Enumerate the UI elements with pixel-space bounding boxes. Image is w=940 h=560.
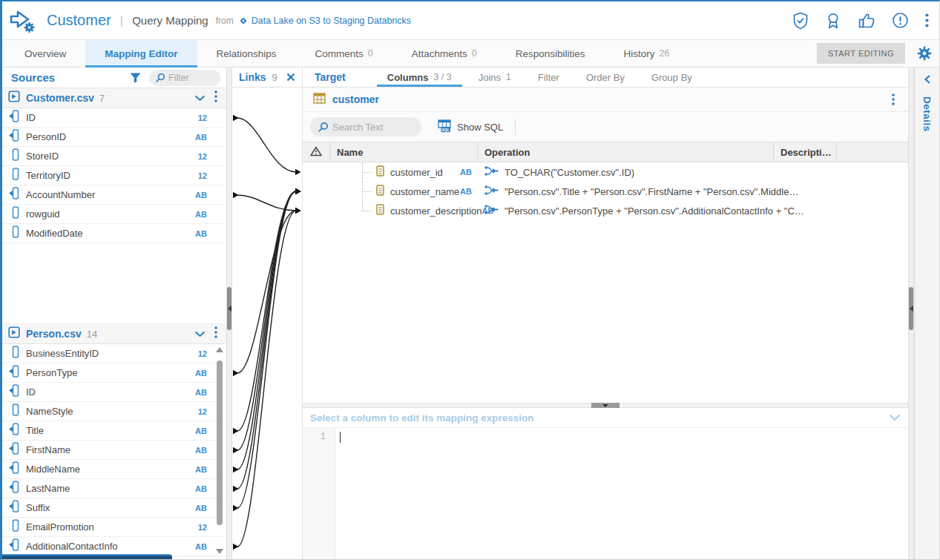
source-column-row[interactable]: ModifiedDateAB: [2, 224, 226, 243]
details-collapse-handle[interactable]: [909, 287, 913, 330]
shield-check-icon[interactable]: [792, 12, 809, 30]
svg-text:SQL: SQL: [441, 127, 450, 131]
target-column-icon: [376, 165, 384, 179]
target-tab-columns[interactable]: Columns3 / 3: [374, 67, 465, 87]
show-sql-label: Show SQL: [457, 122, 503, 133]
toolbar-divider: [515, 119, 516, 135]
column-type-badge: AB: [195, 504, 207, 513]
tab-responsibilities[interactable]: Responsibilities: [496, 40, 605, 67]
tab-mapping-editor[interactable]: Mapping Editor: [85, 40, 197, 67]
kebab-menu-icon[interactable]: [214, 90, 217, 105]
target-tab-order-by[interactable]: Order By: [573, 67, 638, 87]
target-tab-filter[interactable]: Filter: [525, 67, 573, 87]
sources-splitter[interactable]: [226, 67, 232, 559]
tab-attachments[interactable]: Attachments0: [392, 40, 496, 67]
linked-column-icon: [9, 365, 19, 381]
kebab-menu-icon[interactable]: [925, 13, 929, 27]
chevron-down-icon[interactable]: [194, 327, 206, 340]
tab-history[interactable]: History26: [605, 40, 689, 67]
column-type-badge: 12: [198, 152, 207, 161]
certificate-icon[interactable]: [825, 12, 841, 30]
chevron-left-icon[interactable]: [923, 74, 932, 88]
person-list-scrollbar[interactable]: [215, 346, 224, 556]
column-type-badge: AB: [460, 187, 472, 196]
chevron-down-icon[interactable]: [889, 414, 901, 421]
page-subtitle: Query Mapping: [132, 14, 208, 27]
sources-collapse-handle[interactable]: [227, 287, 231, 330]
alert-circle-icon[interactable]: [892, 12, 909, 29]
tree-connector: [357, 182, 376, 201]
filter-funnel-icon[interactable]: [129, 72, 142, 84]
warning-column-header[interactable]: [303, 142, 330, 162]
source-group-name: Customer.csv: [26, 92, 94, 104]
source-column-row[interactable]: EmailPromotion12: [2, 518, 226, 537]
column-type-badge: 12: [198, 407, 207, 416]
scroll-down-arrow-icon[interactable]: [216, 549, 223, 554]
linked-column-icon: [9, 481, 19, 496]
source-column-row[interactable]: AccountNumberAB: [2, 185, 226, 205]
editor-splitter[interactable]: [303, 403, 908, 408]
tab-relationships[interactable]: Relationships: [197, 40, 296, 67]
links-panel-title: Links: [239, 71, 266, 83]
tab-comments[interactable]: Comments0: [296, 40, 392, 67]
target-column-row[interactable]: customer_nameAB"Person.csv".Title + "Per…: [303, 182, 908, 201]
details-splitter[interactable]: [908, 67, 914, 559]
target-tab-joins[interactable]: Joins1: [465, 67, 525, 87]
source-column-row[interactable]: FirstNameAB: [2, 441, 226, 460]
source-column-row[interactable]: SuffixAB: [2, 498, 226, 518]
operation-column-header[interactable]: Operation: [478, 142, 774, 162]
tab-label: Comments: [315, 48, 364, 59]
linked-column-icon: [9, 110, 19, 125]
show-sql-button[interactable]: SQL Show SQL: [438, 119, 503, 135]
settings-gear-icon[interactable]: [917, 46, 932, 61]
target-column-name: customer_description: [390, 205, 482, 217]
tab-overview[interactable]: Overview: [5, 40, 85, 67]
mapping-expression-icon: [484, 165, 499, 179]
linked-column-icon: [9, 500, 19, 515]
target-column-row[interactable]: customer_idABTO_CHAR("Customer.csv".ID): [303, 162, 908, 182]
linked-column-icon: [9, 538, 19, 554]
start-editing-button[interactable]: START EDITING: [817, 43, 905, 64]
column-type-badge: AB: [195, 388, 207, 397]
source-column-row[interactable]: NameStyle12: [2, 402, 226, 421]
source-column-row[interactable]: MiddleNameAB: [2, 460, 226, 479]
target-tab-group-by[interactable]: Group By: [638, 67, 706, 87]
editor-splitter-handle[interactable]: [591, 403, 619, 408]
column-type-badge: AB: [195, 465, 207, 474]
name-column-header[interactable]: Name: [330, 142, 478, 162]
tab-count: 0: [368, 48, 373, 59]
scrollbar-thumb[interactable]: [217, 360, 223, 525]
source-column-name: FirstName: [26, 444, 70, 455]
source-column-row[interactable]: TitleAB: [2, 421, 226, 441]
details-tab-label[interactable]: Details: [921, 96, 933, 132]
source-column-row[interactable]: TerritoryID12: [2, 166, 226, 185]
chevron-down-icon[interactable]: [194, 91, 206, 105]
target-column-row[interactable]: customer_descriptionAB"Person.csv".Perso…: [303, 201, 908, 220]
warning-icon: [310, 146, 322, 159]
source-column-name: AccountNumber: [26, 189, 95, 200]
taskbar-fragment: [2, 554, 172, 559]
thumbs-up-icon[interactable]: [858, 13, 875, 29]
source-column-row[interactable]: PersonTypeAB: [2, 363, 226, 383]
source-column-row[interactable]: ID12: [2, 108, 226, 128]
csv-file-icon: [8, 326, 20, 341]
mapping-expression-icon: [484, 185, 499, 198]
description-column-header[interactable]: Descripti…: [774, 142, 837, 162]
source-group-header-person-csv[interactable]: Person.csv14: [2, 324, 226, 344]
source-column-row[interactable]: PersonIDAB: [2, 128, 226, 147]
scroll-up-arrow-icon[interactable]: [216, 347, 223, 352]
source-column-row[interactable]: LastNameAB: [2, 479, 226, 498]
column-type-badge: 12: [198, 171, 207, 180]
table-kebab-menu-icon[interactable]: [892, 93, 898, 105]
source-column-row[interactable]: BusinessEntityID12: [2, 344, 226, 363]
source-column-row[interactable]: StoreID12: [2, 147, 226, 166]
source-column-row[interactable]: rowguidAB: [2, 205, 226, 224]
source-group-header-customer-csv[interactable]: Customer.csv7: [2, 88, 226, 108]
source-column-row[interactable]: IDAB: [2, 383, 226, 402]
breadcrumb[interactable]: Data Lake on S3 to Staging Databricks: [252, 16, 411, 26]
tab-count: 26: [660, 48, 670, 59]
close-icon[interactable]: [286, 73, 295, 82]
code-input-area[interactable]: [335, 428, 908, 559]
kebab-menu-icon[interactable]: [214, 326, 217, 341]
editor-placeholder-text: Select a column to edit its mapping expr…: [310, 412, 534, 424]
